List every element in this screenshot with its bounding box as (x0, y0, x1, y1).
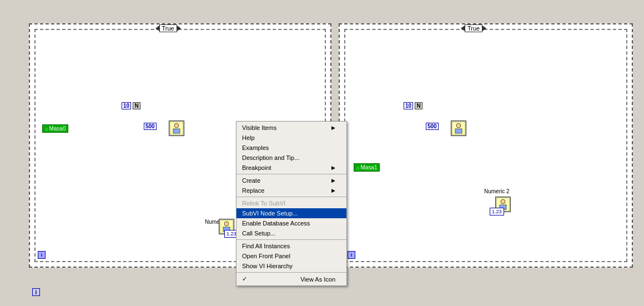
left-subvi-icon[interactable] (169, 121, 184, 136)
left-arrow-right (177, 26, 181, 31)
left-n-label: N (133, 102, 140, 109)
menu-item-help-label: Help (242, 134, 255, 141)
menu-item-open-front[interactable]: Open Front Panel (237, 251, 346, 261)
menu-item-find-all-label: Find All Instances (242, 243, 290, 249)
right-i-terminal[interactable]: i (348, 251, 355, 259)
menu-item-view-as-icon-label: View As Icon (300, 276, 335, 283)
menu-item-visible-items-label: Visible Items (242, 124, 276, 131)
left-num-500[interactable]: 500 (144, 123, 157, 130)
menu-item-enable-db[interactable]: Enable Database Access (237, 218, 346, 228)
menu-item-examples-label: Examples (242, 144, 269, 151)
left-subvi-svg (169, 121, 184, 136)
svg-rect-2 (173, 129, 180, 133)
right-diagram-panel: True 10 N ⌂ Masa1 500 Num (339, 23, 633, 268)
menu-item-breakpoint[interactable]: Breakpoint (237, 163, 346, 173)
menu-item-replace-label: Replace (242, 187, 264, 194)
menu-item-help[interactable]: Help (237, 133, 346, 143)
left-true-label[interactable]: True (159, 24, 177, 32)
menu-item-description[interactable]: Description and Tip... (237, 153, 346, 163)
context-menu: Visible Items Help Examples Description … (236, 121, 347, 286)
right-num-500[interactable]: 500 (426, 123, 439, 130)
menu-item-visible-items[interactable]: Visible Items (237, 123, 346, 133)
left-numeric-value: 1.23 (227, 231, 237, 237)
menu-item-show-hierarchy[interactable]: Show VI Hierarchy (237, 261, 346, 271)
left-masa-label: Masa0 (49, 126, 66, 132)
left-num-10[interactable]: 10 (122, 102, 131, 109)
menu-item-call-setup-label: Call Setup... (242, 230, 275, 237)
menu-item-relink: Relink To SubVI (237, 198, 346, 208)
right-masa-house-icon: ⌂ (356, 165, 359, 170)
right-n-label: N (415, 102, 422, 109)
right-arrow-left (461, 26, 465, 31)
menu-separator-1 (237, 174, 346, 174)
right-true-selector[interactable]: True (461, 24, 486, 32)
menu-separator-2 (237, 197, 346, 197)
right-numeric-value: 1.23 (492, 209, 502, 214)
menu-item-create[interactable]: Create (237, 175, 346, 185)
right-numeric-display: 1.23 (490, 208, 504, 215)
menu-separator-3 (237, 239, 346, 240)
menu-item-show-hierarchy-label: Show VI Hierarchy (242, 263, 293, 269)
menu-item-examples[interactable]: Examples (237, 143, 346, 153)
menu-separator-4 (237, 272, 346, 273)
svg-point-1 (174, 123, 179, 128)
view-as-icon-check: ✓ (242, 275, 248, 283)
right-numeric-label: Numeric 2 (484, 188, 510, 194)
left-true-selector[interactable]: True (155, 24, 181, 32)
menu-item-breakpoint-label: Breakpoint (242, 164, 271, 171)
bottom-i-indicator: i (32, 288, 40, 296)
menu-item-create-label: Create (242, 177, 260, 184)
bottom-i-label: i (36, 289, 37, 295)
svg-point-10 (501, 199, 505, 204)
menu-item-view-as-icon[interactable]: ✓ View As Icon (237, 274, 346, 284)
menu-item-replace[interactable]: Replace (237, 185, 346, 195)
svg-rect-8 (455, 129, 462, 133)
left-arrow-left (155, 26, 159, 31)
menu-item-find-all[interactable]: Find All Instances (237, 241, 346, 251)
right-loop-frame: True 10 N ⌂ Masa1 500 Num (344, 29, 627, 262)
menu-item-open-front-label: Open Front Panel (242, 253, 290, 259)
right-masa-indicator[interactable]: ⌂ Masa1 (354, 163, 380, 172)
menu-item-description-label: Description and Tip... (242, 154, 299, 161)
right-subvi-svg (451, 121, 466, 136)
right-subvi-icon[interactable] (451, 121, 466, 136)
left-i-terminal[interactable]: i (38, 251, 46, 259)
svg-point-4 (224, 222, 229, 226)
right-masa-label: Masa1 (360, 164, 377, 170)
menu-item-call-setup[interactable]: Call Setup... (237, 228, 346, 238)
right-arrow-right (482, 26, 486, 31)
svg-point-7 (456, 123, 461, 128)
menu-item-relink-label: Relink To SubVI (242, 200, 285, 207)
right-true-label[interactable]: True (465, 24, 482, 32)
left-masa-indicator[interactable]: ⌂ Masa0 (42, 124, 68, 133)
menu-item-subvi-setup[interactable]: SubVI Node Setup... (237, 208, 346, 218)
main-canvas: True 10 N ⌂ Masa0 500 Num (0, 0, 644, 306)
left-masa-house-icon: ⌂ (45, 126, 48, 132)
menu-item-subvi-setup-label: SubVI Node Setup... (242, 210, 298, 217)
right-num-10[interactable]: 10 (404, 102, 413, 109)
menu-item-enable-db-label: Enable Database Access (242, 220, 310, 227)
